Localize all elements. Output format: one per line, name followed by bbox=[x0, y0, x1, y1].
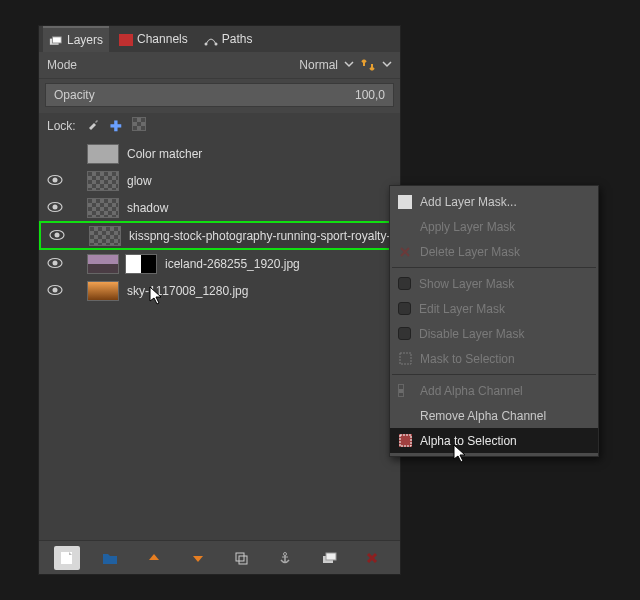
layer-name: kisspng-stock-photography-running-sport-… bbox=[129, 229, 398, 243]
svg-point-10 bbox=[55, 232, 60, 237]
layer-name: Color matcher bbox=[127, 147, 400, 161]
tab-layers[interactable]: Layers bbox=[43, 26, 109, 52]
menu-separator bbox=[392, 267, 596, 268]
layers-toolbar bbox=[39, 540, 400, 574]
checkbox-icon bbox=[398, 277, 411, 290]
tab-channels-label: Channels bbox=[137, 32, 188, 46]
mode-row: Mode Normal bbox=[39, 52, 400, 79]
tab-paths-label: Paths bbox=[222, 32, 253, 46]
layer-name: shadow bbox=[127, 201, 400, 215]
panel-tabs: Layers Channels Paths bbox=[39, 26, 400, 52]
layer-thumbnail bbox=[89, 226, 121, 246]
lock-row: Lock: ✚ bbox=[39, 113, 400, 140]
layer-thumbnail bbox=[87, 254, 119, 274]
blank-icon bbox=[398, 409, 412, 423]
layer-name: sky-1117008_1280.jpg bbox=[127, 284, 400, 298]
duplicate-layer-button[interactable] bbox=[228, 546, 254, 570]
opacity-value: 100,0 bbox=[355, 88, 385, 102]
visibility-toggle[interactable] bbox=[45, 200, 65, 216]
menu-show-layer-mask: Show Layer Mask bbox=[390, 271, 598, 296]
mode-dropdown-2[interactable] bbox=[382, 58, 392, 72]
anchor-layer-button[interactable] bbox=[272, 546, 298, 570]
layers-list: Color matcher glow shadow kisspng-stock-… bbox=[39, 140, 400, 540]
layer-mask-thumbnail bbox=[125, 254, 157, 274]
layer-row-selected[interactable]: kisspng-stock-photography-running-sport-… bbox=[39, 221, 400, 250]
mode-dropdown[interactable] bbox=[344, 58, 354, 72]
layer-row[interactable]: shadow bbox=[39, 194, 400, 221]
checkbox-icon bbox=[398, 327, 411, 340]
visibility-toggle[interactable] bbox=[45, 283, 65, 299]
swap-icon[interactable] bbox=[360, 57, 376, 73]
menu-add-layer-mask[interactable]: Add Layer Mask... bbox=[390, 189, 598, 214]
blank-icon bbox=[398, 220, 412, 234]
alpha-to-selection-icon bbox=[398, 434, 412, 448]
menu-add-alpha-channel: Add Alpha Channel bbox=[390, 378, 598, 403]
layer-thumbnail bbox=[87, 171, 119, 191]
svg-rect-24 bbox=[400, 353, 411, 364]
svg-point-3 bbox=[204, 43, 207, 46]
context-menu: Add Layer Mask... Apply Layer Mask Delet… bbox=[389, 185, 599, 457]
selection-icon bbox=[398, 352, 412, 366]
menu-edit-layer-mask: Edit Layer Mask bbox=[390, 296, 598, 321]
layer-thumbnail bbox=[87, 198, 119, 218]
svg-point-4 bbox=[214, 43, 217, 46]
svg-rect-2 bbox=[119, 34, 133, 46]
alpha-icon bbox=[398, 384, 412, 398]
new-layer-button[interactable] bbox=[54, 546, 80, 570]
menu-disable-layer-mask: Disable Layer Mask bbox=[390, 321, 598, 346]
lock-alpha-icon[interactable] bbox=[132, 117, 154, 134]
layer-name: glow bbox=[127, 174, 400, 188]
layer-thumbnail bbox=[87, 144, 119, 164]
channels-icon bbox=[119, 34, 133, 44]
mode-label: Mode bbox=[47, 58, 77, 72]
layer-thumbnail bbox=[87, 281, 119, 301]
layer-row[interactable]: glow bbox=[39, 167, 400, 194]
tab-channels[interactable]: Channels bbox=[113, 26, 194, 52]
lock-position-icon[interactable]: ✚ bbox=[110, 118, 122, 134]
svg-point-14 bbox=[53, 287, 58, 292]
lock-label: Lock: bbox=[47, 119, 76, 133]
mode-value: Normal bbox=[299, 58, 338, 72]
svg-point-12 bbox=[53, 260, 58, 265]
tab-paths[interactable]: Paths bbox=[198, 26, 259, 52]
menu-alpha-to-selection[interactable]: Alpha to Selection bbox=[390, 428, 598, 453]
svg-rect-22 bbox=[326, 553, 336, 560]
menu-mask-to-selection: Mask to Selection bbox=[390, 346, 598, 371]
raise-layer-button[interactable] bbox=[141, 546, 167, 570]
layers-panel: Layers Channels Paths Mode Normal bbox=[38, 25, 401, 575]
add-mask-icon bbox=[398, 195, 412, 209]
paths-icon bbox=[204, 34, 218, 44]
svg-point-18 bbox=[283, 552, 286, 555]
new-group-button[interactable] bbox=[97, 546, 123, 570]
checkbox-icon bbox=[398, 302, 411, 315]
svg-rect-1 bbox=[53, 36, 62, 42]
svg-rect-16 bbox=[236, 553, 244, 561]
lock-pixels-icon[interactable] bbox=[86, 117, 100, 134]
visibility-toggle[interactable] bbox=[47, 228, 67, 244]
menu-separator bbox=[392, 374, 596, 375]
svg-rect-17 bbox=[239, 556, 247, 564]
svg-point-6 bbox=[53, 177, 58, 182]
menu-remove-alpha-channel[interactable]: Remove Alpha Channel bbox=[390, 403, 598, 428]
layer-name: iceland-268255_1920.jpg bbox=[165, 257, 400, 271]
menu-delete-layer-mask: Delete Layer Mask bbox=[390, 239, 598, 264]
svg-rect-25 bbox=[399, 434, 412, 447]
merge-down-button[interactable] bbox=[316, 546, 342, 570]
svg-rect-23 bbox=[398, 195, 412, 209]
opacity-label: Opacity bbox=[54, 88, 95, 102]
opacity-slider[interactable]: Opacity 100,0 bbox=[45, 83, 394, 107]
delete-layer-button[interactable] bbox=[359, 546, 385, 570]
lower-layer-button[interactable] bbox=[185, 546, 211, 570]
layers-icon bbox=[49, 35, 63, 45]
delete-mask-icon bbox=[398, 245, 412, 259]
layer-row[interactable]: Color matcher bbox=[39, 140, 400, 167]
visibility-toggle[interactable] bbox=[45, 173, 65, 189]
tab-layers-label: Layers bbox=[67, 33, 103, 47]
svg-point-8 bbox=[53, 204, 58, 209]
menu-apply-layer-mask: Apply Layer Mask bbox=[390, 214, 598, 239]
visibility-toggle[interactable] bbox=[45, 256, 65, 272]
layer-row[interactable]: sky-1117008_1280.jpg bbox=[39, 277, 400, 304]
layer-row[interactable]: iceland-268255_1920.jpg bbox=[39, 250, 400, 277]
